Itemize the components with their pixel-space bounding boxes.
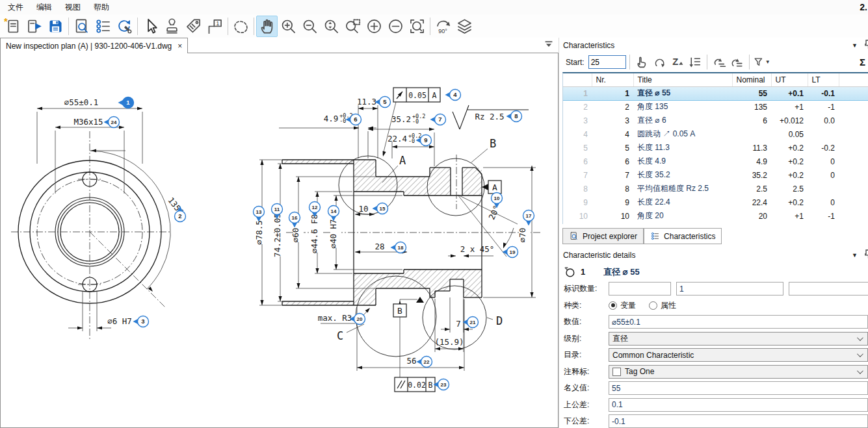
svg-text:21: 21 [470,320,476,325]
select-cursor-icon[interactable] [140,16,161,37]
reorder-z-icon[interactable]: Z [668,54,686,71]
increase-icon[interactable] [363,16,385,37]
table-row[interactable]: 9 9 长度 22.4 22.4 +0.2 0 [563,195,868,209]
column-header[interactable]: Nr. [592,73,633,86]
balloon-5[interactable]: 5 [375,97,391,108]
move-into-list-icon[interactable] [711,54,728,71]
find-document-icon[interactable] [71,16,92,37]
save-icon[interactable] [45,16,66,37]
column-header[interactable]: Title [633,73,732,86]
balloon-1[interactable]: 1 [118,97,134,108]
sort-list-icon[interactable] [686,54,704,71]
table-row[interactable]: 4 4 圆跳动 ↗ 0.05 A 0.05 [563,127,868,141]
chevron-down-icon [857,351,863,357]
stamp-tool-icon[interactable] [161,16,183,37]
upper-tol-input[interactable] [609,398,868,412]
lower-tol-row: 下公差: [564,413,868,428]
balloon-4[interactable]: 4 [445,90,461,101]
dock-tabs: Project explorer Characteristics [562,228,868,244]
id-qty-input-3[interactable] [789,282,868,296]
balloon-tool-icon[interactable]: 1 [204,16,226,37]
table-row[interactable]: 8 8 平均值粗糙度 Rz 2.5 2.5 2.5 [563,182,868,195]
rotate-90-icon[interactable]: 90° [432,16,454,37]
renumber-icon[interactable] [651,54,668,71]
column-header[interactable]: LT [808,73,839,86]
radio-attribute[interactable]: 属性 [649,300,676,311]
balloon-23[interactable]: 23 [434,379,449,390]
table-row[interactable]: 7 7 长度 35.2 35.2 +0.2 0 [563,168,868,182]
svg-text:⌀70: ⌀70 [518,228,527,243]
menu-item-3[interactable]: 视图 [59,1,87,14]
pin-icon[interactable] [864,40,868,51]
checkbox-icon[interactable] [612,368,621,376]
pick-hand-icon[interactable] [633,54,651,71]
id-qty-input-1[interactable] [609,282,671,296]
column-header[interactable]: UT [771,73,808,86]
update-tools-icon[interactable] [114,16,135,37]
characteristic-details: 1 直径 ⌀ 55 标识数量: 种类: 变量 属性 [561,262,868,428]
pan-tool-icon[interactable] [256,16,278,37]
nominal-input[interactable] [609,381,868,395]
balloon-19[interactable]: 19 [503,247,518,258]
open-plan-icon[interactable] [23,16,45,37]
zoom-out-icon[interactable] [299,16,321,37]
panel-collapse-icon[interactable]: ▼ [852,42,858,49]
tab-project-explorer[interactable]: Project explorer [562,228,644,244]
revision-cloud-icon[interactable] [230,16,252,37]
new-plan-icon[interactable]: * [2,16,23,37]
menu-item-4[interactable]: 帮助 [87,1,116,14]
move-from-list-icon[interactable] [728,54,746,71]
characteristics-list-icon[interactable] [92,16,114,37]
table-row[interactable]: 1 1 直径 ⌀ 55 55 +0.1 -0.1 [563,86,868,100]
balloon-8[interactable]: 8 [506,111,522,122]
details-pin-icon[interactable] [864,249,868,261]
zoom-vertical-icon[interactable] [321,16,342,37]
column-header[interactable] [563,73,592,86]
tab-inspection-plan[interactable]: New inspection plan (A) | 930-1200-406-V… [0,38,188,53]
balloon-3[interactable]: 3 [133,316,149,327]
menu-item-2[interactable]: 编辑 [30,1,59,14]
balloon-15[interactable]: 15 [373,203,388,214]
balloon-18[interactable]: 18 [391,242,406,253]
zoom-fit-icon[interactable] [406,16,428,37]
svg-text:Z: Z [672,57,678,67]
balloon-24[interactable]: 24 [104,117,120,128]
value-input[interactable] [609,315,868,329]
table-row[interactable]: 6 6 长度 4.9 4.9 +0.2 0 [563,155,868,168]
layers-icon[interactable] [454,16,475,37]
table-row[interactable]: 3 3 直径 ⌀ 6 6 +0.012 0.0 [563,114,868,127]
filter-icon[interactable]: ▼ [753,54,770,71]
tab-label: Project explorer [583,232,637,241]
radio-variable[interactable]: 变量 [609,300,636,311]
technical-drawing: AB0.05A0.02B⌀55±0.1M36x15135°⌀6 H711.34.… [1,53,558,427]
balloon-21[interactable]: 21 [463,317,479,328]
balloon-7[interactable]: 7 [430,114,446,125]
zoom-in-icon[interactable] [278,16,299,37]
table-row[interactable]: 2 2 角度 135 135 +1 -1 [563,100,868,114]
menu-item-1[interactable]: 文件 [1,1,30,14]
column-header[interactable]: Nominal [732,73,771,86]
drawing-canvas[interactable]: AB0.05A0.02B⌀55±0.1M36x15135°⌀6 H711.34.… [0,53,559,428]
tab-close-icon[interactable]: × [178,42,182,51]
sigma-sum-icon[interactable]: Σ [860,57,867,68]
tag-tool-icon[interactable] [183,16,204,37]
svg-text:20°: 20° [486,204,501,221]
svg-text:35.2: 35.2 [391,114,411,124]
balloon-22[interactable]: 22 [417,357,432,368]
level-select[interactable]: 直径 [609,332,868,346]
svg-text:22: 22 [424,359,430,365]
table-row[interactable]: 10 10 角度 20 20 +1 -1 [563,209,868,223]
details-collapse-icon[interactable]: ▼ [852,252,858,258]
lower-tol-input[interactable] [609,414,868,428]
tag-select[interactable]: Tag One [609,365,868,379]
tab-characteristics[interactable]: Characteristics [644,228,722,244]
toolbar-separator [228,18,228,35]
tab-list-icon[interactable] [543,38,555,52]
document-area: New inspection plan (A) | 930-1200-406-V… [0,38,559,428]
decrease-icon[interactable] [385,16,406,37]
id-qty-input-2[interactable] [676,282,783,296]
table-row[interactable]: 5 5 长度 11.3 11.3 +0.2 -0.2 [563,141,868,155]
zoom-window-icon[interactable] [342,16,363,37]
catalog-select[interactable]: Common Characteristic [609,348,868,362]
start-input[interactable] [588,55,626,69]
